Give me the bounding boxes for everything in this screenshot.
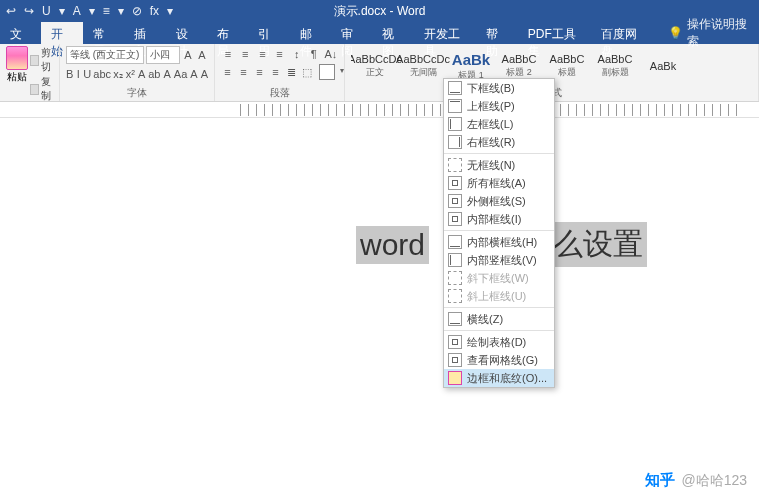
- border-option[interactable]: 所有框线(A): [444, 174, 554, 192]
- para-button[interactable]: ≡: [269, 64, 282, 80]
- para-button[interactable]: ≡: [255, 46, 269, 62]
- tab-常用[interactable]: 常用: [83, 22, 124, 44]
- para-button[interactable]: A↓: [324, 46, 338, 62]
- ribbon-tabs: 文件开始常用插入设计布局引用邮件审阅视图开发工具帮助PDF工具集百度网盘💡操作说…: [0, 22, 759, 44]
- grow-font-button[interactable]: A: [182, 47, 194, 63]
- separator: [444, 153, 554, 154]
- border-icon: [448, 117, 462, 131]
- font-format-button[interactable]: x²: [126, 66, 135, 82]
- border-icon: [448, 271, 462, 285]
- lightbulb-icon: 💡: [668, 26, 683, 40]
- copy-icon: [30, 84, 39, 95]
- border-option[interactable]: 内部框线(I): [444, 210, 554, 228]
- tab-插入[interactable]: 插入: [124, 22, 165, 44]
- border-option[interactable]: 查看网格线(G): [444, 351, 554, 369]
- style-无间隔[interactable]: AaBbCcDc无间隔: [399, 46, 447, 86]
- cut-button[interactable]: 剪切: [30, 46, 54, 74]
- qat-button[interactable]: ≡: [103, 4, 110, 18]
- group-label: 段落: [221, 86, 338, 101]
- para-button[interactable]: ¶: [307, 46, 321, 62]
- font-format-button[interactable]: Aa: [174, 66, 187, 82]
- style-正文[interactable]: AaBbCcDc正文: [351, 46, 399, 86]
- border-icon: [448, 235, 462, 249]
- border-option[interactable]: 左框线(L): [444, 115, 554, 133]
- tab-审阅[interactable]: 审阅: [331, 22, 372, 44]
- qat-button[interactable]: fx: [150, 4, 159, 18]
- document-area[interactable]: word 么设置: [0, 118, 759, 500]
- borders-button-icon: [319, 64, 335, 80]
- tell-me-search[interactable]: 💡操作说明搜索: [658, 22, 759, 44]
- para-button[interactable]: ≡: [238, 46, 252, 62]
- para-button[interactable]: ≡: [272, 46, 286, 62]
- ruler: [0, 102, 759, 118]
- border-option[interactable]: 绘制表格(D): [444, 333, 554, 351]
- font-size-combo[interactable]: 小四: [146, 46, 180, 64]
- tab-邮件[interactable]: 邮件: [290, 22, 331, 44]
- font-format-button[interactable]: A: [201, 66, 208, 82]
- tab-设计[interactable]: 设计: [166, 22, 207, 44]
- tab-视图[interactable]: 视图: [372, 22, 413, 44]
- title-bar: ↩↪U▾A▾≡▾⊘fx▾ 演示.docx - Word: [0, 0, 759, 22]
- tab-开始[interactable]: 开始: [41, 22, 82, 44]
- tab-文件[interactable]: 文件: [0, 22, 41, 44]
- tab-PDF工具集[interactable]: PDF工具集: [518, 22, 591, 44]
- font-group: 等线 (西文正文) 小四 A A BIUabcx₂x²AabAAaAA 字体: [60, 44, 215, 101]
- qat-button[interactable]: ▾: [118, 4, 124, 18]
- para-button[interactable]: ≣: [285, 64, 298, 80]
- border-option[interactable]: 下框线(B): [444, 79, 554, 97]
- qat-button[interactable]: ↩: [6, 4, 16, 18]
- tab-开发工具[interactable]: 开发工具: [414, 22, 477, 44]
- font-format-button[interactable]: U: [83, 66, 91, 82]
- separator: [444, 230, 554, 231]
- qat-button[interactable]: ↪: [24, 4, 34, 18]
- font-format-button[interactable]: A: [164, 66, 171, 82]
- ribbon: 粘贴 剪切 复制 格式刷 剪贴板 等线 (西文正文) 小四 A A BIUabc…: [0, 44, 759, 102]
- qat-button[interactable]: ▾: [89, 4, 95, 18]
- tab-布局[interactable]: 布局: [207, 22, 248, 44]
- font-format-button[interactable]: A: [190, 66, 197, 82]
- paragraph-group: ≡≡≡≡↕¶A↓ ≡≡≡≡≣⬚ 段落: [215, 44, 345, 101]
- para-button[interactable]: ⬚: [301, 64, 314, 80]
- border-icon: [448, 194, 462, 208]
- font-format-button[interactable]: A: [138, 66, 145, 82]
- tab-帮助[interactable]: 帮助: [476, 22, 517, 44]
- tab-引用[interactable]: 引用: [248, 22, 289, 44]
- border-option[interactable]: 内部横框线(H): [444, 233, 554, 251]
- style-[interactable]: AaBk: [639, 46, 687, 86]
- qat-button[interactable]: A: [73, 4, 81, 18]
- zhihu-logo-icon: 知乎: [645, 471, 675, 490]
- font-format-button[interactable]: I: [76, 66, 80, 82]
- quick-access-toolbar: ↩↪U▾A▾≡▾⊘fx▾: [0, 4, 173, 18]
- font-format-button[interactable]: ab: [148, 66, 160, 82]
- border-option[interactable]: 外侧框线(S): [444, 192, 554, 210]
- shrink-font-button[interactable]: A: [196, 47, 208, 63]
- border-option: 斜下框线(W): [444, 269, 554, 287]
- copy-button[interactable]: 复制: [30, 75, 54, 103]
- border-option[interactable]: 内部竖框线(V): [444, 251, 554, 269]
- tab-百度网盘[interactable]: 百度网盘: [591, 22, 654, 44]
- border-icon: [448, 176, 462, 190]
- para-button[interactable]: ≡: [253, 64, 266, 80]
- font-format-button[interactable]: x₂: [113, 66, 123, 82]
- para-button[interactable]: ≡: [221, 46, 235, 62]
- qat-button[interactable]: U: [42, 4, 51, 18]
- border-option[interactable]: 无框线(N): [444, 156, 554, 174]
- border-option[interactable]: 上框线(P): [444, 97, 554, 115]
- borders-dropdown: 下框线(B)上框线(P)左框线(L)右框线(R)无框线(N)所有框线(A)外侧框…: [443, 78, 555, 388]
- border-icon: [448, 371, 462, 385]
- para-button[interactable]: ≡: [237, 64, 250, 80]
- font-format-button[interactable]: abc: [94, 66, 110, 82]
- para-button[interactable]: ≡: [221, 64, 234, 80]
- border-option[interactable]: 边框和底纹(O)...: [444, 369, 554, 387]
- qat-button[interactable]: ▾: [167, 4, 173, 18]
- watermark: 知乎 @哈哈123: [645, 471, 747, 490]
- border-option[interactable]: 横线(Z): [444, 310, 554, 328]
- qat-button[interactable]: ▾: [59, 4, 65, 18]
- border-option[interactable]: 右框线(R): [444, 133, 554, 151]
- style-副标题[interactable]: AaBbC副标题: [591, 46, 639, 86]
- font-format-button[interactable]: B: [66, 66, 73, 82]
- font-name-combo[interactable]: 等线 (西文正文): [66, 46, 144, 64]
- qat-button[interactable]: ⊘: [132, 4, 142, 18]
- borders-dropdown-button[interactable]: [317, 64, 338, 80]
- para-button[interactable]: ↕: [290, 46, 304, 62]
